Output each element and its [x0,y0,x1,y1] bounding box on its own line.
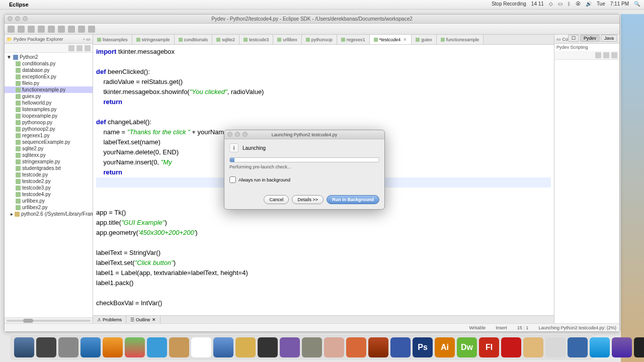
tree-file[interactable]: testcode.py [5,171,93,178]
tree-file[interactable]: urllibex2.py [5,204,93,211]
dock-eclipse-icon[interactable] [612,337,632,357]
editor-tab[interactable]: stringexample [132,35,175,44]
tree-file[interactable]: studentgrades.txt [5,165,93,171]
dropbox-icon[interactable]: ◇ [549,1,553,7]
dock-automator-icon[interactable] [302,337,322,357]
debug-icon[interactable] [38,26,45,33]
tree-file[interactable]: functionexample.py [5,86,93,93]
always-background-input[interactable] [229,176,236,183]
dock-expose-icon[interactable] [58,337,78,357]
run-in-background-button[interactable]: Run in Background [327,195,379,204]
minimize-view-icon[interactable]: ▫ ▭ [83,37,91,42]
editor-tab[interactable]: *testcode4✕ [370,35,412,44]
tree-file[interactable]: sqlite2.py [5,145,93,152]
dialog-close-icon[interactable] [227,132,232,137]
link-editor-icon[interactable] [76,45,83,51]
editor-tab[interactable]: sqlite2 [212,35,239,44]
run-icon[interactable] [48,26,55,33]
print-icon[interactable] [28,26,35,33]
perspective-pydev[interactable]: Pydev [580,35,600,42]
problems-tab[interactable]: ⚠ Problems [93,316,126,323]
new-icon[interactable] [8,26,15,33]
tree-file[interactable]: listexamples.py [5,106,93,113]
dock-chrome-icon[interactable] [125,337,145,357]
open-perspective-button[interactable]: ☐ [568,35,579,42]
dock-skype-icon[interactable] [590,337,610,357]
view-menu-icon[interactable] [85,45,91,51]
tree-file[interactable]: pythonoop2.py [5,126,93,132]
external-tools-icon[interactable] [58,26,65,33]
tree-file[interactable]: testcode3.py [5,185,93,191]
dock-dashboard-icon[interactable] [36,337,56,357]
dock-safari-icon[interactable] [80,337,101,357]
dock-ical-icon[interactable] [191,337,211,357]
editor-tab[interactable]: urllibex [273,35,302,44]
sidebar-slider[interactable] [5,317,93,323]
display-icon[interactable]: ▭ [558,1,562,7]
details-button[interactable]: Details >> [292,195,324,204]
tree-file[interactable]: urllibex.py [5,198,93,204]
tree-file[interactable]: fileio.py [5,80,93,86]
editor-tab[interactable]: testcode3 [239,35,273,44]
wifi-icon[interactable]: ⦿ [576,1,581,7]
dialog-zoom-icon[interactable] [243,132,248,137]
console-menu-icon[interactable] [611,52,617,58]
tree-file[interactable]: stringexample.py [5,158,93,165]
tree-file[interactable]: pythonoop.py [5,119,93,126]
dock-finder-icon[interactable] [14,337,34,357]
search-icon[interactable] [68,26,75,33]
stop-recording-label[interactable]: Stop Recording [492,1,526,7]
tree-file[interactable]: guiex.py [5,93,93,100]
save-icon[interactable] [18,26,25,33]
collapse-all-icon[interactable] [68,45,74,51]
close-icon[interactable] [8,16,13,21]
editor-tab[interactable]: pythonoop [302,35,337,44]
dock-app3-icon[interactable] [523,337,543,357]
dock-firefox-icon[interactable] [103,337,123,357]
tree-file[interactable]: helloworld.py [5,100,93,106]
tree-file[interactable]: loopexample.py [5,113,93,119]
time-label[interactable]: 7:11 PM [610,1,629,7]
outline-tab[interactable]: ☰ Outline ✕ [126,316,160,323]
dock-garageband-icon[interactable] [280,337,300,357]
dock-app4-icon[interactable] [545,337,566,357]
tree-file[interactable]: testcode2.py [5,178,93,185]
day-label[interactable]: Tue [597,1,605,7]
nav-forward-icon[interactable] [88,26,95,33]
dock-terminal-icon[interactable] [634,337,644,357]
nav-back-icon[interactable] [78,26,85,33]
cancel-button[interactable]: Cancel [264,195,289,204]
dock-iphoto-icon[interactable] [235,337,256,357]
dock-flash-icon[interactable]: Fl [479,337,499,357]
dock-acrobat-icon[interactable] [501,337,521,357]
tree-project-root[interactable]: ▼ Python2 [5,54,93,60]
dock-imovie-icon[interactable] [258,337,278,357]
menubar-app-name[interactable]: Eclipse [9,2,29,8]
dock-ichat-icon[interactable] [147,337,167,357]
tree-file[interactable]: regexex1.py [5,132,93,139]
dock-dreamweaver-icon[interactable]: Dw [457,337,477,357]
dock-python-icon[interactable] [568,337,588,357]
dock-word-icon[interactable] [390,337,411,357]
dialog-minimize-icon[interactable] [235,132,240,137]
project-tree[interactable]: ▼ Python2 conditionals.pydatabase.pyexce… [5,53,93,317]
dock-itunes-icon[interactable] [213,337,233,357]
editor-tab[interactable]: listexamples [93,35,132,44]
tree-file[interactable]: sequenceExample.py [5,139,93,145]
bluetooth-icon[interactable]: ᛒ [568,1,571,7]
dock-app-icon[interactable] [346,337,366,357]
dock-photoshop-icon[interactable]: Ps [413,337,433,357]
editor-tab[interactable]: guiex [412,35,437,44]
tree-file[interactable]: sqlitexx.py [5,152,93,158]
dock-mamp-icon[interactable] [324,337,344,357]
dock-addressbook-icon[interactable] [169,337,189,357]
tree-file[interactable]: exceptionEx.py [5,73,93,80]
editor-tab[interactable]: functionexample [437,35,484,44]
always-background-checkbox[interactable]: Always run in background [229,176,379,183]
zoom-icon[interactable] [23,16,28,21]
console-clear-icon[interactable] [595,52,601,58]
dock-illustrator-icon[interactable]: Ai [435,337,455,357]
tree-file[interactable]: testcode4.py [5,191,93,198]
tree-file[interactable]: database.py [5,67,93,73]
editor-tab[interactable]: conditionals [175,35,213,44]
